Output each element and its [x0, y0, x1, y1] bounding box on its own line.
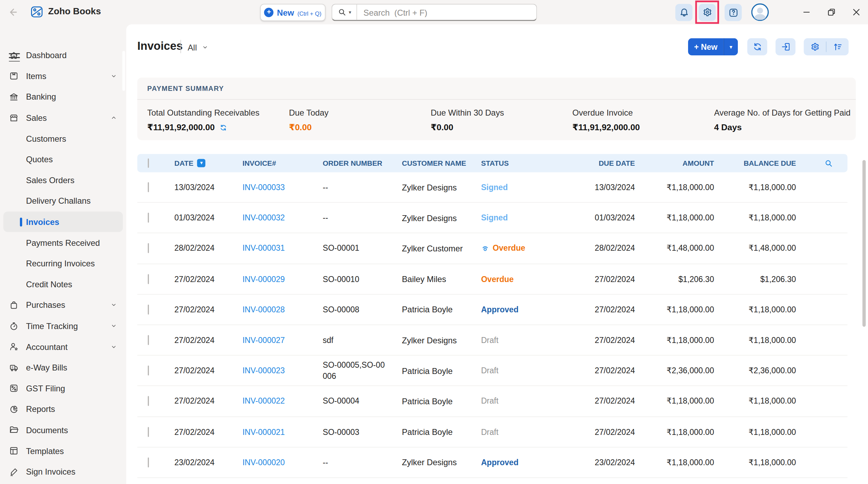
invoice-date: 01/03/2024	[164, 213, 243, 222]
sidebar-item-reports[interactable]: Reports	[0, 399, 126, 420]
invoice-status: Signed	[481, 213, 564, 222]
invoice-row[interactable]: 23/02/2024INV-000020--Zylker DesignsAppr…	[137, 447, 847, 478]
invoice-row[interactable]: 27/02/2024INV-000028SO-00008Patricia Boy…	[137, 295, 847, 325]
search-icon	[338, 8, 346, 16]
sidebar-item-sales-orders[interactable]: Sales Orders	[0, 170, 126, 191]
sidebar-item-sign-invoices[interactable]: Sign Invoices	[0, 461, 126, 482]
table-search-icon[interactable]	[796, 159, 847, 167]
row-checkbox[interactable]	[148, 213, 149, 223]
list-settings-button[interactable]	[804, 41, 826, 52]
row-checkbox[interactable]	[148, 335, 149, 345]
invoice-number-link[interactable]: INV-000023	[243, 366, 285, 375]
vertical-scrollbar[interactable]	[862, 160, 866, 327]
header-customer-name[interactable]: CUSTOMER NAME	[402, 159, 481, 167]
sidebar-item-time-tracking[interactable]: Time Tracking	[0, 315, 126, 336]
invoice-number-link[interactable]: INV-000031	[243, 244, 285, 253]
header-order-number[interactable]: ORDER NUMBER	[323, 159, 402, 167]
sidebar-item-label: Invoices	[26, 217, 59, 227]
summary-metric-value: ₹11,91,92,000.00	[573, 123, 714, 133]
eway-bills-icon: e	[9, 362, 19, 373]
summary-metric-value: 4 Days	[714, 123, 856, 133]
balance-due: ₹1,18,000.00	[714, 397, 796, 405]
new-button-label: New	[277, 8, 294, 17]
import-export-button[interactable]	[775, 38, 795, 55]
invoice-number-link[interactable]: INV-000032	[243, 213, 285, 222]
sidebar-item-delivery-challans[interactable]: Delivery Challans	[0, 190, 126, 211]
header-invoice[interactable]: INVOICE#	[243, 159, 323, 167]
user-avatar[interactable]	[751, 3, 769, 21]
restore-icon[interactable]	[826, 7, 837, 18]
summary-metrics: Total Outstanding Receivables₹11,91,92,0…	[137, 108, 855, 132]
row-checkbox[interactable]	[148, 396, 149, 406]
invoice-number-link[interactable]: INV-000022	[243, 397, 285, 405]
new-invoice-dropdown[interactable]: ▼	[724, 38, 738, 55]
header-amount[interactable]: AMOUNT	[635, 159, 714, 167]
invoice-row[interactable]: 13/03/2024INV-000033--Zylker DesignsSign…	[137, 172, 847, 203]
sidebar-item-e-way-bills[interactable]: ee-Way Bills	[0, 357, 126, 378]
refresh-button[interactable]	[747, 38, 767, 55]
help-button[interactable]	[725, 4, 742, 21]
minimize-icon[interactable]	[801, 7, 812, 18]
row-checkbox[interactable]	[148, 305, 149, 315]
sort-button[interactable]	[827, 41, 849, 52]
refresh-icon[interactable]	[219, 123, 228, 132]
row-checkbox[interactable]	[148, 274, 149, 284]
customer-name: Patricia Boyle	[402, 305, 481, 314]
view-filter-dropdown[interactable]: All	[188, 42, 208, 52]
invoice-number-link[interactable]: INV-000027	[243, 336, 285, 344]
global-search[interactable]: ▾	[332, 4, 537, 21]
invoice-number-link[interactable]: INV-000028	[243, 305, 285, 314]
invoice-number-link[interactable]: INV-000029	[243, 274, 285, 283]
sidebar-item-sales[interactable]: Sales	[0, 107, 126, 128]
invoice-row[interactable]: 27/02/2024INV-000022SO-00004Patricia Boy…	[137, 386, 847, 417]
close-icon[interactable]	[851, 7, 862, 18]
templates-icon	[9, 446, 19, 456]
invoice-row[interactable]: 01/03/2024INV-000032--Zylker DesignsSign…	[137, 203, 847, 233]
row-checkbox[interactable]	[148, 243, 149, 253]
row-checkbox[interactable]	[148, 182, 149, 192]
sidebar-item-payments-received[interactable]: Payments Received	[0, 232, 126, 253]
invoice-row[interactable]: 27/02/2024INV-000023SO-00005,SO-00006Pat…	[137, 356, 847, 386]
invoice-number-link[interactable]: INV-000033	[243, 183, 285, 192]
sidebar-item-label: Banking	[26, 92, 56, 102]
sidebar-item-templates[interactable]: Templates	[0, 440, 126, 461]
header-balance-due[interactable]: BALANCE DUE	[714, 159, 796, 167]
sidebar-item-items[interactable]: Items	[0, 66, 126, 87]
due-date: 27/02/2024	[564, 366, 635, 375]
search-input[interactable]	[357, 7, 536, 17]
sidebar-item-label: Credit Notes	[26, 280, 72, 289]
sidebar-item-quotes[interactable]: Quotes	[0, 149, 126, 170]
invoice-row[interactable]: 28/02/2024INV-000031SO-00001Zylker Custo…	[137, 233, 847, 264]
invoice-number-link[interactable]: INV-000020	[243, 458, 285, 467]
sidebar-item-purchases[interactable]: Purchases	[0, 295, 126, 315]
new-invoice-button[interactable]: + New	[688, 38, 724, 55]
invoice-row[interactable]: 27/02/2024INV-000027sdfZylker DesignsDra…	[137, 325, 847, 356]
row-checkbox[interactable]	[148, 457, 149, 467]
row-checkbox[interactable]	[148, 427, 149, 437]
notifications-button[interactable]	[675, 4, 692, 21]
sidebar-item-accountant[interactable]: Accountant	[0, 336, 126, 357]
header-date[interactable]: DATE▼	[164, 159, 243, 167]
sidebar-item-dashboard[interactable]: Dashboard	[0, 45, 126, 66]
select-all-checkbox[interactable]	[148, 158, 149, 168]
settings-button[interactable]	[699, 3, 716, 21]
sidebar-item-gst-filing[interactable]: GST Filing	[0, 378, 126, 399]
invoice-number-link[interactable]: INV-000021	[243, 427, 285, 436]
sidebar-item-recurring-invoices[interactable]: Recurring Invoices	[0, 253, 126, 274]
invoice-row[interactable]: 27/02/2024INV-000029SO-00010Bailey Miles…	[137, 264, 847, 295]
sidebar-item-customers[interactable]: Customers	[0, 128, 126, 149]
date-sort-icon[interactable]: ▼	[197, 159, 206, 167]
row-checkbox[interactable]	[148, 366, 149, 376]
sidebar-item-invoices[interactable]: Invoices	[3, 211, 123, 232]
sidebar-item-credit-notes[interactable]: Credit Notes	[0, 274, 126, 295]
search-scope-caret-icon[interactable]: ▾	[349, 9, 351, 15]
header-due-date[interactable]: DUE DATE	[564, 159, 635, 167]
new-button[interactable]: + New (Ctrl + Q)	[260, 4, 326, 21]
back-icon[interactable]	[8, 7, 19, 18]
header-status[interactable]: STATUS	[481, 159, 564, 167]
sidebar-item-banking[interactable]: Banking	[0, 86, 126, 107]
invoice-row[interactable]: 27/02/2024INV-000021SO-00003Patricia Boy…	[137, 417, 847, 447]
sidebar-item-documents[interactable]: Documents	[0, 420, 126, 440]
status-badge: Approved	[481, 305, 519, 314]
invoice-status: Draft	[481, 366, 564, 375]
